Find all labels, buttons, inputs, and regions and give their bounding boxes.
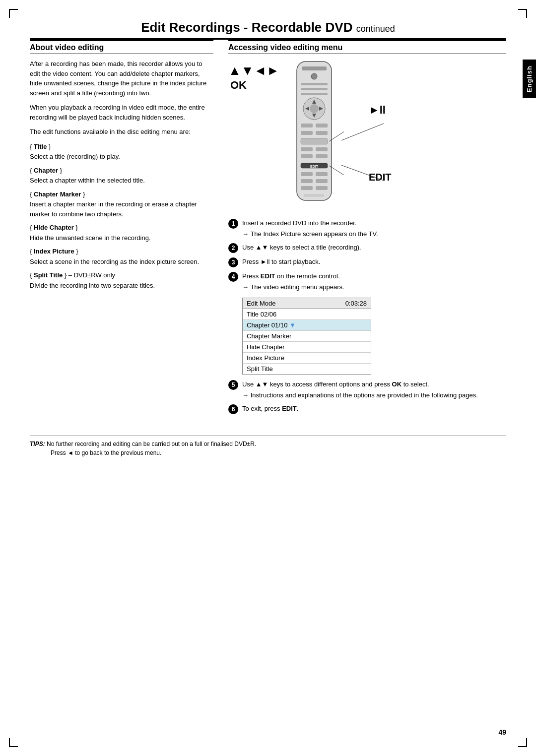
- step-4: 4 Press EDIT on the remote control. The …: [228, 271, 506, 292]
- arrows-row: ▲ ▼ ◄ ►: [228, 64, 279, 77]
- svg-rect-20: [316, 154, 328, 158]
- step-1: 1 Insert a recorded DVD into the recorde…: [228, 218, 506, 239]
- two-column-layout: About video editing After a recording ha…: [30, 40, 506, 420]
- edit-mode-header: Edit Mode 0:03:28: [243, 298, 371, 309]
- step-4-num: 4: [228, 272, 238, 282]
- step-3-text: Press ►ll to start playback.: [242, 258, 320, 265]
- step-2: 2 Use ▲▼ keys to select a title (recordi…: [228, 243, 506, 253]
- subsection-split-title-desc: Divide the recording into two separate t…: [30, 281, 213, 291]
- step-2-text: Use ▲▼ keys to select a title (recording…: [242, 244, 361, 251]
- table-row-hide-chapter: Hide Chapter: [243, 342, 371, 353]
- tips-text-2: Press ◄ to go back to the previous menu.: [51, 449, 161, 456]
- svg-rect-14: [301, 131, 313, 135]
- steps-list-2: 5 Use ▲▼ keys to access different option…: [228, 379, 506, 414]
- play-pause-label: ►ll: [369, 104, 392, 117]
- svg-point-2: [311, 73, 317, 79]
- step-5-num: 5: [228, 380, 238, 390]
- step-6: 6 To exit, press EDIT.: [228, 404, 506, 414]
- right-column: Accessing video editing menu ▲ ▼ ◄ ► OK: [228, 40, 506, 420]
- svg-rect-5: [301, 93, 328, 95]
- subsection-index-picture-desc: Select a scene in the recording as the i…: [30, 257, 213, 267]
- svg-rect-16: [301, 138, 328, 144]
- corner-mark-tl: [9, 9, 18, 18]
- svg-rect-23: [301, 172, 313, 176]
- step-3-num: 3: [228, 257, 238, 267]
- step-2-num: 2: [228, 243, 238, 253]
- intro-paragraph-2: When you playback a recording in video e…: [30, 103, 213, 122]
- left-arrow-icon: ◄: [254, 64, 267, 77]
- svg-rect-26: [316, 179, 328, 183]
- subsection-title: { Title } Select a title (recording) to …: [30, 142, 213, 162]
- step-6-text: To exit, press EDIT.: [242, 405, 298, 412]
- svg-rect-17: [301, 147, 313, 151]
- remote-control-illustration: EDIT: [284, 59, 349, 209]
- svg-rect-12: [301, 124, 313, 127]
- tips-section: TIPS: No further recording and editing c…: [30, 435, 506, 457]
- corner-mark-tr: [518, 9, 527, 18]
- step-5-text: Use ▲▼ keys to access different options …: [242, 380, 429, 388]
- left-column: About video editing After a recording ha…: [30, 40, 213, 420]
- subsection-chapter-marker: { Chapter Marker } Insert a chapter mark…: [30, 189, 213, 219]
- subsection-index-picture: { Index Picture } Select a scene in the …: [30, 247, 213, 266]
- subsection-split-title: { Split Title } – DVD±RW only Divide the…: [30, 270, 213, 290]
- edit-mode-time: 0:03:28: [345, 300, 367, 307]
- ok-label: OK: [230, 79, 247, 92]
- table-row-split-title: Split Title: [243, 364, 371, 374]
- tips-label: TIPS:: [30, 441, 45, 447]
- step-1-sub: The Index Picture screen appears on the …: [242, 229, 506, 239]
- step-4-text: Press EDIT on the remote control.: [242, 272, 340, 280]
- subsection-chapter-marker-desc: Insert a chapter marker in the recording…: [30, 199, 213, 219]
- svg-text:EDIT: EDIT: [310, 165, 319, 168]
- steps-list: 1 Insert a recorded DVD into the recorde…: [228, 218, 506, 292]
- subsection-chapter: { Chapter } Select a chapter within the …: [30, 166, 213, 186]
- right-arrow-icon: ►: [267, 64, 279, 77]
- table-row-chapter: Chapter 01/10 ▼: [243, 320, 371, 331]
- right-section-header: Accessing video editing menu: [228, 40, 506, 54]
- svg-rect-15: [316, 131, 328, 135]
- svg-rect-13: [316, 124, 328, 127]
- intro-paragraph-3: The edit functions available in the disc…: [30, 127, 213, 137]
- subsection-title-desc: Select a title (recording) to play.: [30, 152, 213, 162]
- svg-rect-24: [316, 172, 328, 176]
- up-arrow-icon: ▲: [228, 64, 241, 77]
- edit-label: EDIT: [369, 172, 392, 183]
- subsection-hide-chapter: { Hide Chapter } Hide the unwanted scene…: [30, 223, 213, 243]
- step-5: 5 Use ▲▼ keys to access different option…: [228, 379, 506, 400]
- subsection-chapter-desc: Select a chapter within the selected tit…: [30, 176, 213, 186]
- svg-rect-1: [302, 66, 327, 70]
- corner-mark-bl: [9, 738, 18, 747]
- table-row-chapter-marker: Chapter Marker: [243, 331, 371, 342]
- remote-area: ▲ ▼ ◄ ► OK: [228, 59, 506, 209]
- table-row-title: Title 02/06: [243, 309, 371, 320]
- svg-rect-18: [316, 147, 328, 151]
- page: English Edit Recordings - Recordable DVD…: [0, 0, 536, 756]
- step-3: 3 Press ►ll to start playback.: [228, 257, 506, 267]
- table-row-index-picture: Index Picture: [243, 353, 371, 364]
- svg-rect-19: [301, 154, 313, 158]
- svg-rect-4: [301, 88, 328, 90]
- step-1-text: Insert a recorded DVD into the recorder.: [242, 219, 357, 227]
- step-6-num: 6: [228, 404, 238, 414]
- step-5-sub: Instructions and explanations of the opt…: [242, 390, 506, 400]
- language-tab: English: [523, 60, 536, 98]
- svg-rect-25: [301, 179, 313, 183]
- corner-mark-br: [518, 738, 527, 747]
- intro-paragraph-1: After a recording has been made, this re…: [30, 59, 213, 98]
- edit-mode-label: Edit Mode: [247, 300, 276, 307]
- page-title: Edit Recordings - Recordable DVD continu…: [30, 20, 506, 35]
- nav-arrows-area: ▲ ▼ ◄ ► OK: [228, 64, 279, 92]
- svg-rect-3: [301, 83, 328, 85]
- svg-rect-27: [301, 186, 313, 190]
- down-arrow-icon: ▼: [241, 64, 254, 77]
- tips-text-1: No further recording and editing can be …: [47, 441, 256, 447]
- step-4-sub: The video editing menu appears.: [242, 282, 506, 292]
- left-section-header: About video editing: [30, 40, 213, 54]
- svg-rect-29: [304, 194, 324, 197]
- svg-rect-28: [316, 186, 328, 190]
- subsection-hide-chapter-desc: Hide the unwanted scene in the recording…: [30, 233, 213, 243]
- page-number: 49: [498, 728, 506, 736]
- svg-point-7: [310, 104, 319, 113]
- step-1-num: 1: [228, 219, 238, 229]
- edit-mode-table: Edit Mode 0:03:28 Title 02/06 Chapter 01…: [242, 298, 371, 375]
